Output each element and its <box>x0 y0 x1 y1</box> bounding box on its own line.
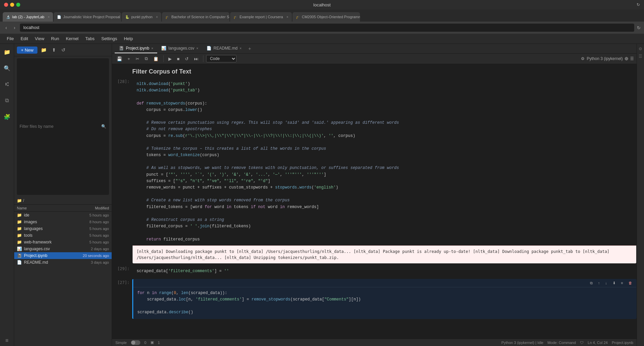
notebook-tab-readme[interactable]: 📄README.md× <box>202 44 246 53</box>
cell-copy-btn[interactable]: ⧉ <box>588 280 595 286</box>
maximize-button[interactable] <box>16 3 20 7</box>
cell-download-btn[interactable]: ⬇ <box>611 280 618 286</box>
file-item-ide[interactable]: 📁ide5 hours ago <box>14 212 112 219</box>
cell-28-code[interactable]: nltk.download('punkt') nltk.download('pu… <box>133 78 636 246</box>
refresh-file-button[interactable]: ↺ <box>59 46 67 54</box>
notebook-tab-project[interactable]: 📓Project.ipynb× <box>115 44 157 53</box>
cell-delete-btn[interactable]: 🗑 <box>626 280 634 286</box>
kernel-info: ⚙ Python 3 (ipykernel) ☰ <box>581 56 634 61</box>
menu-item-settings[interactable]: Settings <box>98 35 120 42</box>
sidebar-icon-search[interactable]: 🔍 <box>2 63 12 74</box>
cut-cell-button[interactable]: ✂ <box>134 55 141 62</box>
new-folder-button[interactable]: 📁 <box>39 46 49 54</box>
file-item-project-ipynb[interactable]: 📓Project.ipynb20 seconds ago <box>14 252 112 259</box>
file-path: 📁 / <box>14 197 112 205</box>
file-time: 5 hours ago <box>89 227 109 231</box>
kernel-menu-icon[interactable]: ☰ <box>630 56 634 61</box>
minimize-button[interactable] <box>10 3 14 7</box>
notebook-tab-languages-csv[interactable]: 📊languages.csv× <box>157 44 202 53</box>
cell-move-up-btn[interactable]: ↑ <box>596 280 602 286</box>
menu-item-tabs[interactable]: Tabs <box>82 35 98 42</box>
file-item-web-framework[interactable]: 📁web-framework5 hours ago <box>14 239 112 246</box>
cell-type-select[interactable]: Code Markdown Raw <box>206 55 236 62</box>
sidebar-icons: 📁 🔍 ⑆ ⧉ 🧩 ≡ <box>0 44 14 346</box>
file-search-input[interactable] <box>20 124 101 129</box>
upload-button[interactable]: ⬆ <box>50 46 58 54</box>
simple-toggle[interactable] <box>131 340 140 345</box>
menu-item-edit[interactable]: Edit <box>17 35 31 42</box>
cell-27-number: [27]: <box>112 279 132 319</box>
browser-tab-bsc[interactable]: 🎓Bachelor of Science in Computer Science… <box>162 12 229 22</box>
menu-item-run[interactable]: Run <box>48 35 62 42</box>
file-item-languages-csv[interactable]: 📊languages.csv2 days ago <box>14 246 112 252</box>
shield-icon: 🛡 <box>580 341 584 345</box>
cell-count-0: 0 <box>144 341 146 345</box>
browser-tab-cm2005[interactable]: 🎓CM2005 Object-Oriented Programming - Gr… <box>292 12 360 22</box>
save-button[interactable]: 💾 <box>115 55 124 62</box>
title-bar-controls: ↻ <box>637 2 640 7</box>
settings-icon[interactable]: ⚙ <box>581 56 585 61</box>
restart-run-all-button[interactable]: ⏭ <box>192 55 200 62</box>
right-sidebar: ⚙ ☰ <box>637 44 644 346</box>
browser-tab-punkt[interactable]: 🐍punkt python× <box>122 12 161 22</box>
mode-label: Simple <box>115 341 127 345</box>
right-sidebar-icon-gear[interactable]: ⚙ <box>639 47 642 51</box>
refresh-button[interactable]: ↻ <box>637 2 640 7</box>
copy-cell-button[interactable]: ⧉ <box>143 55 150 62</box>
sidebar-icon-extensions[interactable]: 🧩 <box>2 111 12 122</box>
cell-27-body[interactable]: ⧉ ↑ ↓ ⬇ ≡ 🗑 for n in range(0, len(scrape… <box>132 279 637 319</box>
traffic-lights <box>4 3 20 7</box>
restart-kernel-button[interactable]: ↺ <box>183 55 191 62</box>
address-bar[interactable] <box>20 24 634 32</box>
tab-close-btn[interactable]: × <box>196 47 198 50</box>
sidebar-icon-tabs[interactable]: ⧉ <box>2 95 12 106</box>
cell-more-btn[interactable]: ≡ <box>619 280 625 286</box>
cell-29-body[interactable]: scraped_data['filtered_comments'] = '' <box>132 265 637 278</box>
browser-tab-journalistic[interactable]: 📄Journalistic Voice Project Proposal× <box>54 12 121 22</box>
menu-item-view[interactable]: View <box>31 35 48 42</box>
sidebar-icon-git[interactable]: ⑆ <box>2 79 12 90</box>
paste-cell-button[interactable]: 📋 <box>151 55 161 62</box>
sidebar-icon-folder[interactable]: 📁 <box>2 47 12 57</box>
cell-28-output: [nltk_data] Downloading package punkt to… <box>133 246 636 263</box>
kernel-label: Python 3 (ipykernel) <box>587 56 623 61</box>
run-cell-button[interactable]: ▶ <box>166 55 174 62</box>
cell-move-down-btn[interactable]: ↓ <box>603 280 609 286</box>
file-panel-toolbar: + New 📁 ⬆ ↺ <box>14 44 112 56</box>
menu-item-help[interactable]: Help <box>120 35 136 42</box>
menu-bar: FileEditViewRunKernelTabsSettingsHelp <box>0 34 644 44</box>
kernel-status-dot <box>625 57 628 60</box>
file-item-images[interactable]: 📁images8 hours ago <box>14 219 112 225</box>
file-list: 📁ide5 hours ago📁images8 hours ago📁langua… <box>14 212 112 346</box>
tab-icon: 📄 <box>206 46 212 51</box>
close-button[interactable] <box>4 3 8 7</box>
file-item-tools[interactable]: 📁tools5 hours ago <box>14 232 112 239</box>
tab-close-btn[interactable]: × <box>151 47 153 50</box>
status-bar: Simple 0 ▣ 1 Python 3 (ipykernel) | Idle… <box>112 339 637 346</box>
cell-28-body[interactable]: nltk.download('punkt') nltk.download('pu… <box>132 78 637 264</box>
add-cell-button[interactable]: + <box>125 55 132 62</box>
cell-29-code[interactable]: scraped_data['filtered_comments'] = '' <box>133 265 636 277</box>
browser-tab-lab[interactable]: 🔬lab (2) - JupyterLab× <box>3 12 53 22</box>
add-tab-button[interactable]: + <box>246 45 254 53</box>
forward-button[interactable]: › <box>12 24 18 31</box>
menu-item-file[interactable]: File <box>3 35 17 42</box>
file-icon-folder: 📁 <box>17 226 22 231</box>
new-launcher-button[interactable]: + New <box>17 47 37 54</box>
file-item-languages[interactable]: 📁languages5 hours ago <box>14 225 112 232</box>
file-item-readme-md[interactable]: 📄README.md3 days ago <box>14 259 112 266</box>
status-filename: Project.ipynb <box>612 341 633 345</box>
browser-tab-coursera[interactable]: 🎓Example report | Coursera× <box>230 12 292 22</box>
stop-kernel-button[interactable]: ■ <box>175 55 182 62</box>
term-icon: ▣ <box>150 340 154 345</box>
cell-27-code[interactable]: for n in range(0, len(scraped_data)): sc… <box>133 287 636 319</box>
app-container: 📁 🔍 ⑆ ⧉ 🧩 ≡ + New 📁 ⬆ ↺ 🔍 📁 / Name Modif… <box>0 44 644 346</box>
sidebar-icon-property[interactable]: ≡ <box>2 335 12 346</box>
menu-item-kernel[interactable]: Kernel <box>62 35 82 42</box>
right-sidebar-icon-menu[interactable]: ☰ <box>639 54 642 59</box>
back-button[interactable]: ‹ <box>3 24 9 31</box>
file-icon-folder: 📁 <box>17 213 22 218</box>
file-time: 20 seconds ago <box>83 254 109 258</box>
tab-close-btn[interactable]: × <box>240 47 242 50</box>
mode-command: Mode: Command <box>548 341 576 345</box>
